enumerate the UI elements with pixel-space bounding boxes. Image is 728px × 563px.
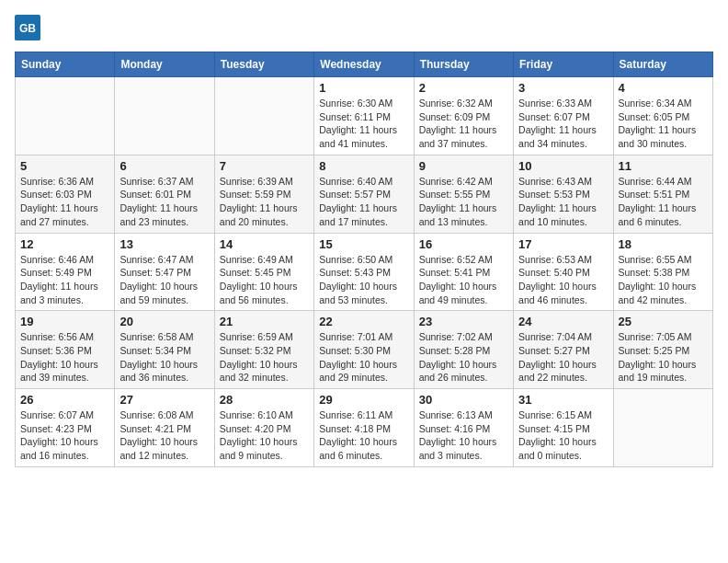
calendar-cell: 5Sunrise: 6:36 AM Sunset: 6:03 PM Daylig… <box>16 155 115 233</box>
calendar-cell: 17Sunrise: 6:53 AM Sunset: 5:40 PM Dayli… <box>514 233 613 311</box>
week-row-2: 5Sunrise: 6:36 AM Sunset: 6:03 PM Daylig… <box>16 155 713 233</box>
day-number: 23 <box>419 315 508 328</box>
logo-icon: GB <box>15 15 40 40</box>
weekday-header-row: SundayMondayTuesdayWednesdayThursdayFrid… <box>16 52 713 77</box>
svg-text:GB: GB <box>19 22 36 35</box>
day-number: 25 <box>619 315 708 328</box>
cell-info: Sunrise: 7:05 AM Sunset: 5:25 PM Dayligh… <box>619 330 708 385</box>
day-number: 17 <box>518 237 608 251</box>
weekday-header-monday: Monday <box>115 52 214 77</box>
cell-info: Sunrise: 6:59 AM Sunset: 5:32 PM Dayligh… <box>220 330 309 385</box>
cell-info: Sunrise: 6:46 AM Sunset: 5:49 PM Dayligh… <box>20 253 109 307</box>
cell-info: Sunrise: 6:58 AM Sunset: 5:34 PM Dayligh… <box>119 330 209 385</box>
day-number: 15 <box>319 237 408 251</box>
calendar-cell: 6Sunrise: 6:37 AM Sunset: 6:01 PM Daylig… <box>115 155 214 233</box>
cell-info: Sunrise: 6:47 AM Sunset: 5:47 PM Dayligh… <box>119 253 209 307</box>
calendar-cell: 1Sunrise: 6:30 AM Sunset: 6:11 PM Daylig… <box>314 77 414 155</box>
cell-info: Sunrise: 7:01 AM Sunset: 5:30 PM Dayligh… <box>319 330 408 385</box>
day-number: 9 <box>419 159 508 173</box>
calendar-cell: 3Sunrise: 6:33 AM Sunset: 6:07 PM Daylig… <box>514 77 613 155</box>
cell-info: Sunrise: 7:02 AM Sunset: 5:28 PM Dayligh… <box>419 330 508 385</box>
calendar-cell <box>613 389 712 467</box>
calendar-header: SundayMondayTuesdayWednesdayThursdayFrid… <box>16 52 713 77</box>
calendar-cell: 29Sunrise: 6:11 AM Sunset: 4:18 PM Dayli… <box>314 389 414 467</box>
page-header: GB <box>15 15 713 40</box>
cell-info: Sunrise: 6:37 AM Sunset: 6:01 PM Dayligh… <box>119 175 209 229</box>
calendar-cell: 13Sunrise: 6:47 AM Sunset: 5:47 PM Dayli… <box>115 233 214 311</box>
calendar-cell: 26Sunrise: 6:07 AM Sunset: 4:23 PM Dayli… <box>16 389 115 467</box>
calendar-cell: 20Sunrise: 6:58 AM Sunset: 5:34 PM Dayli… <box>115 311 214 389</box>
calendar-cell <box>16 77 115 155</box>
weekday-header-sunday: Sunday <box>16 52 115 77</box>
weekday-header-friday: Friday <box>514 52 613 77</box>
calendar-cell: 25Sunrise: 7:05 AM Sunset: 5:25 PM Dayli… <box>613 311 712 389</box>
weekday-header-saturday: Saturday <box>613 52 712 77</box>
calendar-cell <box>214 77 313 155</box>
week-row-3: 12Sunrise: 6:46 AM Sunset: 5:49 PM Dayli… <box>16 233 713 311</box>
calendar-cell: 23Sunrise: 7:02 AM Sunset: 5:28 PM Dayli… <box>414 311 513 389</box>
calendar-cell: 9Sunrise: 6:42 AM Sunset: 5:55 PM Daylig… <box>414 155 513 233</box>
calendar-cell: 14Sunrise: 6:49 AM Sunset: 5:45 PM Dayli… <box>214 233 313 311</box>
day-number: 20 <box>119 315 209 328</box>
calendar-body: 1Sunrise: 6:30 AM Sunset: 6:11 PM Daylig… <box>16 77 713 467</box>
calendar-cell: 18Sunrise: 6:55 AM Sunset: 5:38 PM Dayli… <box>613 233 712 311</box>
day-number: 3 <box>518 81 608 95</box>
day-number: 31 <box>518 393 608 407</box>
cell-info: Sunrise: 6:11 AM Sunset: 4:18 PM Dayligh… <box>319 408 408 463</box>
cell-info: Sunrise: 6:55 AM Sunset: 5:38 PM Dayligh… <box>619 253 708 307</box>
day-number: 24 <box>518 315 608 328</box>
day-number: 19 <box>20 315 109 328</box>
day-number: 11 <box>619 159 708 173</box>
calendar-cell: 22Sunrise: 7:01 AM Sunset: 5:30 PM Dayli… <box>314 311 414 389</box>
day-number: 18 <box>619 237 708 251</box>
calendar-cell: 24Sunrise: 7:04 AM Sunset: 5:27 PM Dayli… <box>514 311 613 389</box>
day-number: 1 <box>319 81 408 95</box>
day-number: 12 <box>20 237 109 251</box>
cell-info: Sunrise: 6:44 AM Sunset: 5:51 PM Dayligh… <box>619 175 708 229</box>
week-row-1: 1Sunrise: 6:30 AM Sunset: 6:11 PM Daylig… <box>16 77 713 155</box>
calendar-cell: 28Sunrise: 6:10 AM Sunset: 4:20 PM Dayli… <box>214 389 313 467</box>
calendar-cell: 12Sunrise: 6:46 AM Sunset: 5:49 PM Dayli… <box>16 233 115 311</box>
calendar-cell: 4Sunrise: 6:34 AM Sunset: 6:05 PM Daylig… <box>613 77 712 155</box>
day-number: 21 <box>220 315 309 328</box>
cell-info: Sunrise: 6:50 AM Sunset: 5:43 PM Dayligh… <box>319 253 408 307</box>
cell-info: Sunrise: 6:36 AM Sunset: 6:03 PM Dayligh… <box>20 175 109 229</box>
cell-info: Sunrise: 6:56 AM Sunset: 5:36 PM Dayligh… <box>20 330 109 385</box>
day-number: 14 <box>220 237 309 251</box>
cell-info: Sunrise: 6:40 AM Sunset: 5:57 PM Dayligh… <box>319 175 408 229</box>
cell-info: Sunrise: 7:04 AM Sunset: 5:27 PM Dayligh… <box>518 330 608 385</box>
weekday-header-wednesday: Wednesday <box>314 52 414 77</box>
day-number: 28 <box>220 393 309 407</box>
calendar-cell: 27Sunrise: 6:08 AM Sunset: 4:21 PM Dayli… <box>115 389 214 467</box>
cell-info: Sunrise: 6:15 AM Sunset: 4:15 PM Dayligh… <box>518 408 608 463</box>
cell-info: Sunrise: 6:43 AM Sunset: 5:53 PM Dayligh… <box>518 175 608 229</box>
day-number: 27 <box>119 393 209 407</box>
day-number: 29 <box>319 393 408 407</box>
calendar-cell: 30Sunrise: 6:13 AM Sunset: 4:16 PM Dayli… <box>414 389 513 467</box>
calendar-cell <box>115 77 214 155</box>
day-number: 22 <box>319 315 408 328</box>
day-number: 30 <box>419 393 508 407</box>
day-number: 2 <box>419 81 508 95</box>
logo: GB <box>15 15 44 40</box>
day-number: 7 <box>220 159 309 173</box>
day-number: 13 <box>119 237 209 251</box>
calendar-cell: 21Sunrise: 6:59 AM Sunset: 5:32 PM Dayli… <box>214 311 313 389</box>
calendar-cell: 16Sunrise: 6:52 AM Sunset: 5:41 PM Dayli… <box>414 233 513 311</box>
day-number: 26 <box>20 393 109 407</box>
week-row-4: 19Sunrise: 6:56 AM Sunset: 5:36 PM Dayli… <box>16 311 713 389</box>
cell-info: Sunrise: 6:49 AM Sunset: 5:45 PM Dayligh… <box>220 253 309 307</box>
calendar-cell: 7Sunrise: 6:39 AM Sunset: 5:59 PM Daylig… <box>214 155 313 233</box>
calendar-cell: 11Sunrise: 6:44 AM Sunset: 5:51 PM Dayli… <box>613 155 712 233</box>
cell-info: Sunrise: 6:34 AM Sunset: 6:05 PM Dayligh… <box>619 97 708 151</box>
cell-info: Sunrise: 6:42 AM Sunset: 5:55 PM Dayligh… <box>419 175 508 229</box>
day-number: 4 <box>619 81 708 95</box>
calendar-cell: 10Sunrise: 6:43 AM Sunset: 5:53 PM Dayli… <box>514 155 613 233</box>
cell-info: Sunrise: 6:32 AM Sunset: 6:09 PM Dayligh… <box>419 97 508 151</box>
day-number: 10 <box>518 159 608 173</box>
cell-info: Sunrise: 6:08 AM Sunset: 4:21 PM Dayligh… <box>119 408 209 463</box>
calendar-cell: 15Sunrise: 6:50 AM Sunset: 5:43 PM Dayli… <box>314 233 414 311</box>
cell-info: Sunrise: 6:30 AM Sunset: 6:11 PM Dayligh… <box>319 97 408 151</box>
weekday-header-tuesday: Tuesday <box>214 52 313 77</box>
cell-info: Sunrise: 6:39 AM Sunset: 5:59 PM Dayligh… <box>220 175 309 229</box>
